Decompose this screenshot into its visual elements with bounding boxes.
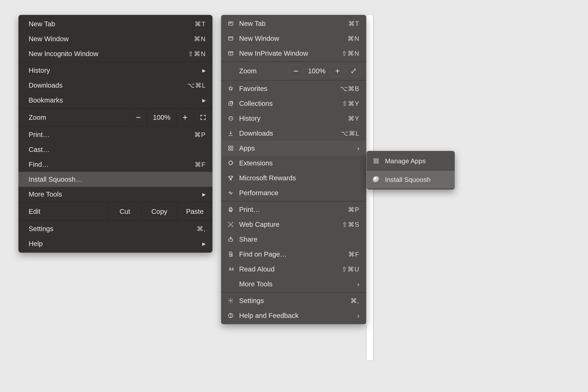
menu-item-bookmarks[interactable]: Bookmarks▸	[18, 93, 212, 108]
menu-item-print[interactable]: Print…⌘P	[221, 202, 366, 217]
svg-point-18	[230, 300, 232, 302]
menu-item-new-incognito-window[interactable]: New Incognito Window⇧⌘N	[18, 46, 212, 61]
history-clock-icon	[226, 116, 235, 121]
zoom-in-button[interactable]: +	[330, 65, 344, 77]
menu-item-new-tab[interactable]: New Tab⌘T	[221, 16, 366, 31]
svg-rect-10	[228, 149, 230, 150]
separator	[18, 126, 212, 126]
svg-point-20	[230, 316, 231, 317]
separator	[18, 202, 212, 203]
separator	[221, 292, 366, 292]
menu-item-new-inprivate-window[interactable]: New InPrivate Window⇧⌘N	[221, 46, 366, 61]
performance-pulse-icon	[226, 190, 235, 196]
svg-point-1	[229, 23, 230, 23]
svg-rect-14	[230, 210, 232, 212]
svg-point-3	[231, 23, 232, 23]
svg-point-17	[230, 254, 232, 256]
menu-item-new-window[interactable]: New Window⌘N	[221, 31, 366, 46]
help-icon	[226, 312, 235, 318]
menu-item-cast[interactable]: Cast…	[18, 142, 212, 157]
separator	[18, 62, 212, 62]
zoom-row: Zoom − 100% +	[18, 109, 212, 126]
share-icon	[226, 236, 235, 242]
squoosh-app-icon	[372, 176, 380, 183]
chevron-right-icon: ›	[355, 312, 360, 320]
menu-item-help[interactable]: Help▸	[18, 236, 212, 251]
zoom-label: Zoom	[239, 67, 287, 75]
menu-item-find-on-page[interactable]: Find on Page…⌘F	[221, 247, 366, 262]
menu-item-install-squoosh[interactable]: Install Squoosh…	[18, 172, 212, 187]
menu-item-history[interactable]: History⌘Y	[221, 111, 366, 126]
menu-item-share[interactable]: Share	[221, 232, 366, 247]
apps-grid-icon	[372, 158, 380, 164]
submenu-item-manage-apps[interactable]: Manage Apps	[366, 152, 455, 170]
chrome-menu: New Tab⌘T New Window⌘N New Incognito Win…	[18, 15, 212, 253]
menu-item-print[interactable]: Print…⌘P	[18, 127, 212, 142]
svg-rect-13	[230, 207, 232, 209]
submenu-item-install-squoosh[interactable]: Install Squoosh	[366, 171, 455, 188]
separator	[18, 220, 212, 220]
svg-rect-0	[228, 22, 233, 25]
menu-item-settings[interactable]: Settings⌘,	[221, 293, 366, 308]
edge-apps-submenu: Manage Apps Install Squoosh	[366, 151, 455, 190]
chevron-right-icon: ▸	[202, 66, 206, 74]
zoom-out-button[interactable]: −	[289, 65, 303, 77]
menu-item-history[interactable]: History▸	[18, 63, 212, 78]
menu-item-help-and-feedback[interactable]: Help and Feedback›	[221, 308, 366, 323]
menu-item-microsoft-rewards[interactable]: Microsoft Rewards	[221, 170, 366, 186]
read-aloud-icon	[226, 266, 235, 272]
fullscreen-button[interactable]	[346, 65, 361, 77]
separator	[221, 62, 366, 62]
zoom-label: Zoom	[18, 114, 130, 121]
svg-rect-4	[228, 37, 233, 40]
menu-item-collections[interactable]: Collections⇧⌘Y	[221, 96, 366, 111]
svg-point-15	[230, 224, 232, 225]
menu-item-more-tools[interactable]: More Tools›	[221, 276, 366, 292]
fullscreen-button[interactable]	[194, 109, 212, 126]
svg-point-2	[230, 23, 231, 23]
svg-rect-8	[228, 146, 230, 148]
svg-rect-24	[377, 162, 378, 163]
chevron-right-icon: ▸	[202, 240, 206, 248]
fullscreen-icon	[200, 114, 206, 120]
chevron-right-icon: ▸	[202, 190, 206, 198]
zoom-value: 100%	[147, 109, 176, 126]
menu-item-downloads[interactable]: Downloads⌥⌘L	[18, 78, 212, 93]
menu-item-performance[interactable]: Performance	[221, 186, 366, 200]
zoom-out-button[interactable]: −	[130, 109, 147, 126]
chevron-right-icon: ›	[355, 144, 360, 152]
edit-row: Edit Cut Copy Paste	[18, 204, 212, 220]
menu-item-extensions[interactable]: Extensions	[221, 156, 366, 170]
menu-item-web-capture[interactable]: Web Capture⇧⌘S	[221, 217, 366, 232]
zoom-row: Zoom − 100% +	[221, 62, 366, 80]
svg-rect-9	[231, 146, 233, 148]
zoom-in-button[interactable]: +	[176, 109, 194, 126]
menu-item-new-window[interactable]: New Window⌘N	[18, 31, 212, 46]
new-window-icon	[226, 36, 235, 41]
paste-button[interactable]: Paste	[177, 204, 212, 220]
apps-grid-icon	[226, 145, 235, 151]
chevron-right-icon: ▸	[202, 96, 206, 104]
zoom-value: 100%	[305, 65, 328, 77]
menu-item-new-tab[interactable]: New Tab⌘T	[18, 16, 212, 31]
expand-icon	[351, 68, 356, 74]
menu-item-settings[interactable]: Settings⌘,	[18, 221, 212, 236]
menu-item-downloads[interactable]: Downloads⌥⌘L	[221, 126, 366, 141]
cut-button[interactable]: Cut	[108, 204, 142, 220]
svg-rect-23	[374, 162, 376, 163]
chevron-right-icon: ›	[355, 280, 360, 288]
menu-item-find[interactable]: Find…⌘F	[18, 157, 212, 172]
menu-item-favorites[interactable]: Favorites⌥⌘B	[221, 81, 366, 96]
menu-item-apps[interactable]: Apps›	[221, 141, 366, 156]
favorites-star-icon	[226, 86, 235, 92]
new-tab-icon	[226, 20, 235, 26]
web-capture-icon	[226, 222, 235, 227]
menu-item-read-aloud[interactable]: Read Aloud⇧⌘U	[221, 262, 366, 276]
menu-item-more-tools[interactable]: More Tools▸	[18, 187, 212, 202]
svg-rect-5	[228, 52, 233, 55]
copy-button[interactable]: Copy	[142, 204, 177, 220]
extensions-puzzle-icon	[226, 160, 235, 166]
inprivate-icon	[226, 50, 235, 56]
rewards-trophy-icon	[226, 175, 235, 181]
settings-gear-icon	[226, 298, 235, 304]
